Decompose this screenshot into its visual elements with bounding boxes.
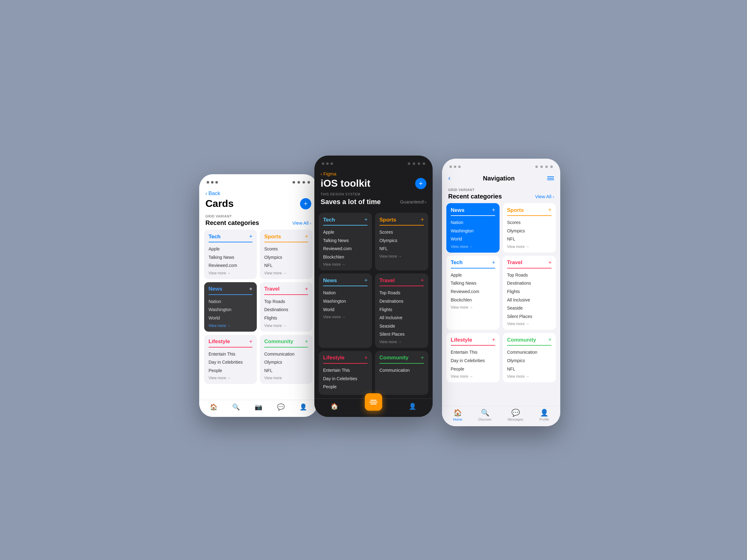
category-add-icon[interactable]: + [420,355,424,361]
camera-icon: 📷 [255,403,262,411]
menu-button[interactable] [547,177,554,180]
p3-category-tech[interactable]: Tech + Apple Talking News Reviewed.com B… [446,256,499,330]
category-add-icon[interactable]: + [548,337,551,343]
p3-category-community[interactable]: Community + Communication Olympics NFL V… [503,333,556,382]
view-more-link[interactable]: View more → [209,376,252,380]
category-item: Olympics [264,253,308,262]
category-item: Communication [264,350,308,358]
category-card-travel[interactable]: Travel + Top Roads Destinations Flights … [260,282,312,331]
category-add-icon[interactable]: + [420,277,424,284]
category-item: Nation [451,218,495,227]
category-add-icon[interactable]: + [305,233,308,240]
dark-category-lifestyle[interactable]: Lifestyle + Entertain This Day in Celebr… [319,351,372,395]
search-icon: 🔍 [232,403,240,411]
p3-category-travel[interactable]: Travel + Top Roads Destinations Flights … [503,256,556,330]
status-dot [458,165,461,168]
dark-category-news[interactable]: News + Nation Washington World View more… [319,273,372,348]
category-item: Scores [264,245,308,253]
dark-category-travel[interactable]: Travel + Top Roads Destinations Flights … [375,273,428,348]
view-more-link[interactable]: View more → [209,271,252,275]
dark-category-tech[interactable]: Tech + Apple Talking News Reviewed.com B… [319,213,372,270]
category-add-icon[interactable]: + [492,207,495,213]
nav-home[interactable]: 🏠 [210,403,217,411]
nav-profile[interactable]: 👤 [300,403,307,411]
dark-category-community[interactable]: Community + Communication [375,351,428,395]
category-add-icon[interactable]: + [492,337,495,343]
category-add-icon[interactable]: + [249,339,252,345]
category-add-icon[interactable]: + [305,339,308,345]
category-add-icon[interactable]: + [548,207,551,213]
view-all-link[interactable]: View All › [292,220,311,225]
category-add-icon[interactable]: + [364,216,367,223]
category-add-icon[interactable]: + [492,260,495,266]
category-card-community[interactable]: Community + Communication Olympics NFL V… [260,335,312,384]
nav-home[interactable]: 🏠 [331,403,338,410]
category-card-lifestyle[interactable]: Lifestyle + Entertain This Day in Celebr… [204,335,257,384]
category-add-icon[interactable]: + [249,233,252,240]
chevron-left-icon: ‹ [320,171,322,177]
title-underline [264,294,308,295]
add-button[interactable]: + [415,178,427,189]
category-item: People [451,365,495,373]
view-more-link[interactable]: View more → [380,340,424,344]
view-more-link[interactable]: View more → [380,254,424,259]
category-add-icon[interactable]: + [305,286,308,292]
status-dot [449,165,452,168]
category-item: Flights [380,305,424,314]
nav-search[interactable]: 🔍 [232,403,240,411]
category-item: Destinations [264,305,308,314]
view-more-link[interactable]: View more → [264,271,308,275]
p3-nav-profile[interactable]: 👤 Profile [539,409,549,421]
category-add-icon[interactable]: + [420,216,424,223]
category-add-icon[interactable]: + [548,260,551,266]
category-item: Apple [451,271,495,279]
back-button[interactable]: ‹ [448,174,450,182]
status-bar-3 [442,159,560,172]
category-add-icon[interactable]: + [364,355,367,361]
category-item: Top Roads [264,297,308,306]
nav-camera[interactable]: 📷 [255,403,262,411]
view-more-link[interactable]: View more → [507,322,551,326]
category-card-sports[interactable]: Sports + Scores Olympics NFL View more → [260,230,312,279]
category-item: Entertain This [451,348,495,356]
layers-button[interactable] [365,393,382,411]
view-more-link[interactable]: View more → [209,324,252,328]
home-icon: 🏠 [210,403,217,411]
figma-back-button[interactable]: ‹ Figma [320,171,427,177]
nav-profile[interactable]: 👤 [409,403,416,410]
title-underline [209,294,252,295]
view-more-link[interactable]: View more → [323,262,367,267]
view-more-link[interactable]: View more → [507,374,551,379]
phone-ios-toolkit: ‹ Figma iOS toolkit + THIS DESIGN SYSTEM… [314,156,433,417]
view-more-link[interactable]: View more → [507,244,551,249]
nav-messages[interactable]: 💬 [277,403,284,411]
view-more-link[interactable]: View more → [451,305,495,310]
view-more-link[interactable]: View more → [323,315,367,319]
add-button[interactable]: + [300,198,311,209]
category-item: Nation [323,289,367,297]
back-button[interactable]: ‹ Back [205,190,311,196]
p3-nav-messages[interactable]: 💬 Messages [508,409,523,421]
dark-category-sports[interactable]: Sports + Scores Olympics NFL View more → [375,213,428,270]
p3-nav-home[interactable]: 🏠 Home [453,409,462,421]
category-card-news[interactable]: News + Nation Washington World View more… [204,282,257,331]
view-more-link[interactable]: View more → [451,244,495,249]
category-title: Tech [451,260,463,266]
category-title: News [209,286,222,292]
view-more-link[interactable]: View more [264,376,308,380]
view-more-link[interactable]: View more → [264,324,308,328]
p3-category-lifestyle[interactable]: Lifestyle + Entertain This Day in Celebr… [446,333,499,382]
status-indicator [298,181,300,184]
view-all-link-3[interactable]: View All › [535,194,554,199]
title-underline [323,286,367,286]
category-add-icon[interactable]: + [249,286,252,292]
view-more-link[interactable]: View more → [451,374,495,379]
category-add-icon[interactable]: + [364,277,367,284]
status-indicator [535,165,538,168]
p3-nav-discover[interactable]: 🔍 Discover [479,409,492,421]
discover-icon: 🔍 [481,409,489,417]
nav-label: Messages [508,418,523,421]
category-card-tech[interactable]: Tech + Apple Talking News Reviewed.com V… [204,230,257,279]
p3-category-news[interactable]: News + Nation Washington World View more… [446,203,499,252]
p3-category-sports[interactable]: Sports + Scores Olympics NFL View more → [503,203,556,252]
